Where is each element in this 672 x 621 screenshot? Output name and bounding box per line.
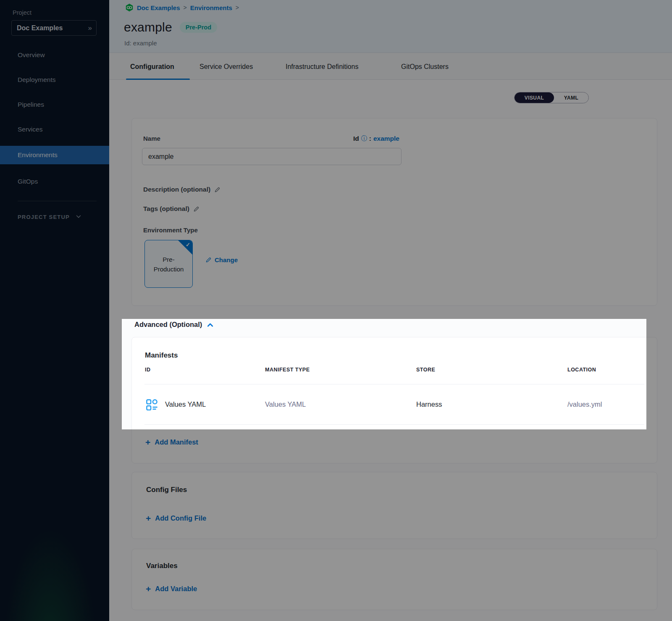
breadcrumb-separator: > xyxy=(236,4,239,11)
plus-icon: + xyxy=(146,515,151,522)
double-chevron-right-icon: » xyxy=(88,24,91,32)
name-input[interactable] xyxy=(142,148,402,165)
main-area: Doc Examples > Environments > example Pr… xyxy=(109,0,672,621)
entity-id-line: Id: example xyxy=(124,39,157,47)
project-label: Project xyxy=(13,9,32,16)
edit-description-icon[interactable] xyxy=(214,187,220,193)
description-label: Description (optional) xyxy=(143,186,220,193)
toggle-visual-button[interactable]: VISUAL xyxy=(514,92,554,103)
plus-icon: + xyxy=(145,439,150,446)
sidebar-divider xyxy=(18,201,97,201)
sidebar: Project Doc Examples » Overview Deployme… xyxy=(0,0,109,621)
breadcrumb-link-project[interactable]: Doc Examples xyxy=(137,4,180,11)
manifest-table-row[interactable]: Values YAML Values YAML Harness /values.… xyxy=(132,384,657,424)
column-manifest-type: MANIFEST TYPE xyxy=(265,367,310,373)
sidebar-item-gitops[interactable]: GitOps xyxy=(0,172,109,191)
project-selector[interactable]: Doc Examples » xyxy=(11,20,97,36)
manifests-card: Manifests ID MANIFEST TYPE STORE LOCATIO… xyxy=(131,337,657,463)
manifest-store-cell: Harness xyxy=(416,384,442,424)
info-icon[interactable]: ⓘ xyxy=(361,135,367,142)
values-yaml-manifest-icon xyxy=(146,399,158,413)
id-label: Id xyxy=(353,135,359,142)
manifests-table-header: ID MANIFEST TYPE STORE LOCATION xyxy=(132,367,657,374)
sidebar-project-setup[interactable]: PROJECT SETUP xyxy=(18,211,97,222)
advanced-section-toggle[interactable]: Advanced (Optional) xyxy=(134,321,214,329)
tabs-bar: Configuration Service Overrides Infrastr… xyxy=(109,53,672,80)
config-files-title: Config Files xyxy=(146,486,187,494)
plus-icon: + xyxy=(146,586,151,592)
tags-label: Tags (optional) xyxy=(143,205,200,213)
edit-tags-icon[interactable] xyxy=(193,206,200,212)
chevron-down-icon xyxy=(76,213,81,221)
toggle-yaml-button[interactable]: YAML xyxy=(554,92,588,103)
name-label: Name xyxy=(143,135,160,142)
environment-type-label: Environment Type xyxy=(143,226,198,234)
visual-yaml-toggle: VISUAL YAML xyxy=(514,92,589,103)
page-title: example xyxy=(124,20,172,34)
column-store: STORE xyxy=(416,367,435,373)
breadcrumb-separator: > xyxy=(184,4,187,11)
edit-pencil-icon xyxy=(205,257,212,263)
variables-card: Variables + Add Variable xyxy=(131,549,657,610)
change-environment-type-button[interactable]: Change xyxy=(205,256,238,263)
column-location: LOCATION xyxy=(567,367,596,373)
table-divider xyxy=(144,424,644,425)
tab-configuration[interactable]: Configuration xyxy=(130,63,174,71)
sidebar-item-pipelines[interactable]: Pipelines xyxy=(0,95,109,114)
environment-configuration-page: Project Doc Examples » Overview Deployme… xyxy=(0,0,672,621)
chevron-up-icon xyxy=(207,321,214,329)
project-logo-icon xyxy=(125,3,134,12)
environment-type-card-preproduction[interactable]: ✓ Pre-Production xyxy=(144,240,193,288)
project-selector-value: Doc Examples xyxy=(17,24,63,32)
manifest-location-cell: /values.yml xyxy=(567,384,602,424)
breadcrumb-link-environments[interactable]: Environments xyxy=(190,4,232,11)
column-id: ID xyxy=(145,367,151,373)
tab-infrastructure-definitions[interactable]: Infrastructure Definitions xyxy=(286,63,358,71)
page-header: Doc Examples > Environments > example Pr… xyxy=(109,0,672,53)
id-block: Id ⓘ : example xyxy=(353,135,399,142)
add-variable-button[interactable]: + Add Variable xyxy=(146,585,197,593)
tab-service-overrides[interactable]: Service Overrides xyxy=(200,63,253,71)
tab-gitops-clusters[interactable]: GitOps Clusters xyxy=(401,63,449,71)
check-icon: ✓ xyxy=(186,242,190,248)
configuration-content: VISUAL YAML Name Id ⓘ : example Descript… xyxy=(109,80,672,621)
manifest-type-cell: Values YAML xyxy=(265,384,306,424)
add-manifest-button[interactable]: + Add Manifest xyxy=(145,438,198,446)
add-config-file-button[interactable]: + Add Config File xyxy=(146,514,206,522)
sidebar-item-overview[interactable]: Overview xyxy=(0,46,109,64)
manifests-title: Manifests xyxy=(145,351,178,360)
breadcrumb: Doc Examples > Environments > xyxy=(125,3,239,12)
env-type-badge: Pre-Prod xyxy=(180,22,217,33)
sidebar-item-services[interactable]: Services xyxy=(0,120,109,139)
sidebar-item-environments[interactable]: Environments xyxy=(0,146,109,164)
manifest-id-cell: Values YAML xyxy=(165,384,206,424)
config-files-card: Config Files + Add Config File xyxy=(131,472,657,539)
environment-type-value: Pre-Production xyxy=(145,255,192,274)
variables-title: Variables xyxy=(146,562,178,570)
id-value-link[interactable]: example xyxy=(373,135,399,142)
environment-details-card: Name Id ⓘ : example Description (optiona… xyxy=(131,118,657,306)
sidebar-item-deployments[interactable]: Deployments xyxy=(0,71,109,89)
